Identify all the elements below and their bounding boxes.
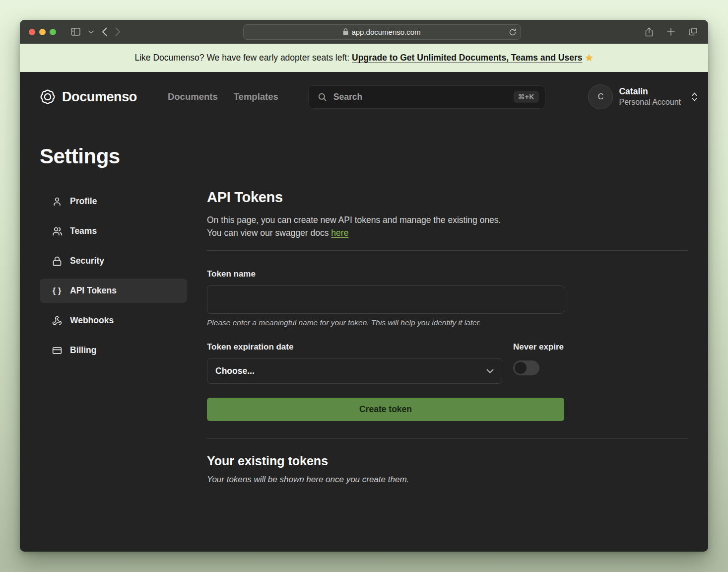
upgrade-banner: Like Documenso? We have few early adopte… bbox=[20, 44, 708, 72]
banner-text: Like Documenso? We have few early adopte… bbox=[134, 53, 349, 63]
minimize-window-button[interactable] bbox=[39, 29, 46, 35]
divider bbox=[207, 438, 688, 439]
app-header: Documenso Documents Templates Search ⌘+K… bbox=[20, 72, 708, 122]
new-tab-icon[interactable] bbox=[665, 25, 677, 39]
section-heading: API Tokens bbox=[207, 189, 688, 206]
address-bar[interactable]: app.documenso.com bbox=[243, 24, 521, 40]
search-shortcut-badge: ⌘+K bbox=[514, 91, 539, 103]
documenso-seal-icon bbox=[40, 89, 56, 105]
reload-icon[interactable] bbox=[509, 28, 516, 36]
expiration-select[interactable]: Choose... bbox=[207, 358, 502, 384]
account-menu[interactable]: C Catalin Personal Account bbox=[588, 84, 700, 109]
sidebar-item-label: Security bbox=[70, 256, 104, 266]
share-icon[interactable] bbox=[643, 25, 655, 39]
avatar: C bbox=[588, 84, 613, 109]
existing-tokens-hint: Your tokens will be shown here once you … bbox=[207, 475, 688, 485]
expiration-selected-value: Choose... bbox=[215, 366, 255, 376]
star-icon: ★ bbox=[585, 52, 594, 64]
create-token-button[interactable]: Create token bbox=[207, 398, 564, 421]
sidebar-item-security[interactable]: Security bbox=[40, 249, 187, 273]
chevrons-up-down-icon bbox=[691, 92, 698, 102]
nav-templates[interactable]: Templates bbox=[234, 91, 278, 102]
swagger-docs-link[interactable]: here bbox=[331, 228, 348, 238]
url-text: app.documenso.com bbox=[351, 28, 420, 36]
back-button[interactable] bbox=[100, 25, 109, 38]
tab-group-chevron-icon[interactable] bbox=[86, 28, 96, 36]
account-type: Personal Account bbox=[619, 97, 681, 107]
page-title: Settings bbox=[20, 122, 708, 168]
users-icon bbox=[52, 226, 63, 236]
sidebar-item-label: API Tokens bbox=[70, 286, 117, 296]
never-expire-label: Never expire bbox=[513, 342, 564, 352]
never-expire-toggle[interactable] bbox=[513, 360, 539, 375]
divider bbox=[207, 250, 688, 251]
brand-name: Documenso bbox=[62, 89, 137, 105]
search-placeholder: Search bbox=[333, 92, 507, 102]
sidebar-item-label: Webhooks bbox=[70, 315, 114, 326]
sidebar-item-teams[interactable]: Teams bbox=[40, 219, 187, 243]
nav-documents[interactable]: Documents bbox=[168, 91, 218, 102]
app-page: Documenso Documents Templates Search ⌘+K… bbox=[20, 72, 708, 552]
search-input[interactable]: Search ⌘+K bbox=[308, 85, 545, 109]
expiration-label: Token expiration date bbox=[207, 342, 502, 352]
zoom-window-button[interactable] bbox=[50, 29, 56, 35]
sidebar-item-label: Profile bbox=[70, 196, 97, 207]
webhook-icon bbox=[52, 316, 63, 326]
user-name: Catalin bbox=[619, 86, 681, 97]
sidebar-item-webhooks[interactable]: Webhooks bbox=[40, 308, 187, 333]
browser-window: app.documenso.com bbox=[20, 20, 708, 552]
sidebar-item-profile[interactable]: Profile bbox=[40, 189, 187, 214]
traffic-lights bbox=[29, 29, 56, 35]
settings-sidebar: Profile Teams bbox=[40, 189, 187, 485]
user-icon bbox=[52, 197, 63, 207]
sidebar-toggle-icon[interactable] bbox=[69, 26, 82, 38]
close-window-button[interactable] bbox=[29, 29, 35, 35]
upgrade-link[interactable]: Upgrade to Get Unlimited Documents, Team… bbox=[352, 53, 583, 63]
existing-tokens-heading: Your existing tokens bbox=[207, 454, 688, 468]
documenso-logo[interactable]: Documenso bbox=[40, 89, 137, 105]
chevron-down-icon bbox=[486, 369, 494, 373]
tab-overview-icon[interactable] bbox=[687, 25, 699, 39]
api-tokens-panel: API Tokens On this page, you can create … bbox=[207, 189, 688, 485]
top-nav: Documents Templates bbox=[168, 91, 278, 102]
lock-icon bbox=[52, 256, 63, 266]
lock-icon bbox=[343, 28, 348, 35]
sidebar-item-api-tokens[interactable]: { } API Tokens bbox=[40, 279, 187, 303]
braces-icon: { } bbox=[52, 286, 63, 295]
token-name-hint: Please enter a meaningful name for your … bbox=[207, 318, 564, 327]
browser-toolbar: app.documenso.com bbox=[20, 20, 708, 44]
search-icon bbox=[318, 92, 327, 102]
sidebar-item-label: Teams bbox=[70, 226, 97, 236]
toggle-knob bbox=[515, 362, 527, 374]
existing-tokens-section: Your existing tokens Your tokens will be… bbox=[207, 454, 688, 485]
token-name-input[interactable] bbox=[207, 285, 564, 314]
token-name-label: Token name bbox=[207, 269, 564, 279]
forward-button[interactable] bbox=[113, 25, 123, 38]
toolbar-right-icons bbox=[643, 25, 699, 39]
credit-card-icon bbox=[52, 346, 63, 356]
sidebar-item-label: Billing bbox=[70, 345, 96, 356]
sidebar-item-billing[interactable]: Billing bbox=[40, 338, 187, 362]
section-description: On this page, you can create new API tok… bbox=[207, 214, 688, 239]
